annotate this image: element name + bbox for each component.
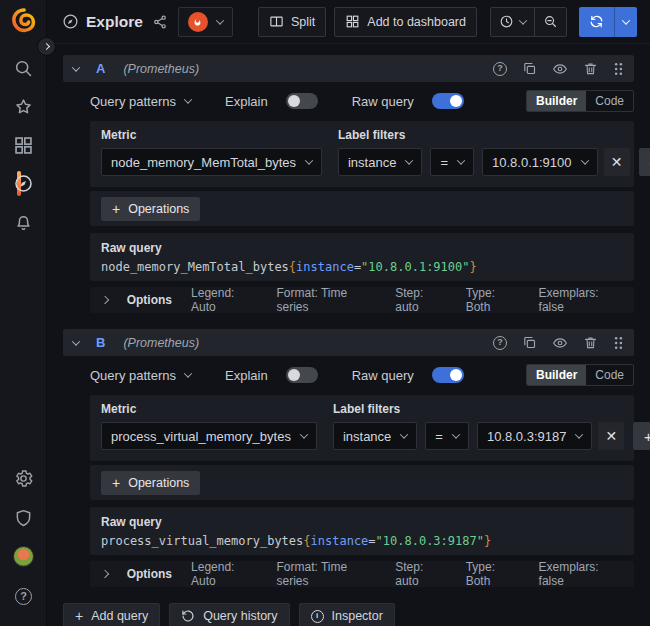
sidebar-item-help[interactable]: ? xyxy=(0,588,47,605)
duplicate-query-button[interactable] xyxy=(522,61,537,76)
sidebar-item-configuration[interactable] xyxy=(0,468,47,489)
metric-select[interactable]: process_virtual_memory_bytes xyxy=(101,422,317,450)
add-operation-button[interactable]: + Operations xyxy=(101,471,200,495)
question-circle-icon: ? xyxy=(493,62,507,76)
filter-label-select[interactable]: instance xyxy=(338,148,422,176)
add-to-dashboard-button[interactable]: Add to dashboard xyxy=(334,7,477,37)
drag-handle-icon xyxy=(613,61,624,77)
remove-filter-button[interactable]: ✕ xyxy=(604,148,630,176)
plus-icon: + xyxy=(112,475,120,491)
query-ref-letter[interactable]: A xyxy=(96,61,105,76)
chevron-down-icon xyxy=(184,95,192,103)
query-options-row-a[interactable]: Options Legend: Auto Format: Time series… xyxy=(90,287,634,313)
duplicate-query-button[interactable] xyxy=(522,335,537,350)
operations-label: Operations xyxy=(128,476,189,490)
add-operation-button[interactable]: + Operations xyxy=(101,197,200,221)
chevron-down-icon xyxy=(580,156,588,164)
metric-select[interactable]: node_memory_MemTotal_bytes xyxy=(101,148,322,176)
sidebar-item-profile[interactable] xyxy=(0,546,47,567)
toggle-visibility-button[interactable] xyxy=(552,61,568,77)
remove-query-button[interactable] xyxy=(583,335,598,350)
collapse-query-icon[interactable] xyxy=(72,337,80,345)
trash-icon xyxy=(583,61,598,76)
metric-field-label: Metric xyxy=(101,402,317,416)
filter-operator-select[interactable]: = xyxy=(425,422,469,450)
filter-label-value: instance xyxy=(348,155,396,170)
chevron-down-icon xyxy=(216,16,224,24)
builder-mode-button[interactable]: Builder xyxy=(527,91,586,111)
explain-toggle[interactable] xyxy=(286,93,318,109)
chevron-down-icon xyxy=(519,16,527,24)
datasource-picker[interactable] xyxy=(178,7,233,37)
eye-icon xyxy=(552,335,568,351)
query-header-a[interactable]: A (Prometheus) ? xyxy=(63,55,634,82)
builder-mode-button[interactable]: Builder xyxy=(527,365,586,385)
raw-query-toggle[interactable] xyxy=(432,367,464,383)
sidebar-item-dashboards[interactable] xyxy=(0,135,47,156)
query-history-button[interactable]: Query history xyxy=(169,603,289,626)
sidebar-item-explore[interactable] xyxy=(0,173,47,194)
raw-query-preview-a: Raw query node_memory_MemTotal_bytes{ins… xyxy=(90,233,634,281)
query-patterns-dropdown[interactable]: Query patterns xyxy=(90,368,191,383)
sidebar-item-search[interactable] xyxy=(0,58,47,79)
chevron-down-icon xyxy=(622,16,630,24)
refresh-interval-dropdown[interactable] xyxy=(614,7,637,37)
filter-value-select[interactable]: 10.8.0.3:9187 xyxy=(477,422,593,450)
grafana-logo[interactable] xyxy=(0,7,47,34)
duplicate-icon xyxy=(522,61,537,76)
sidebar-item-starred[interactable] xyxy=(0,97,47,118)
code-string: "10.8.0.1:9100" xyxy=(361,260,469,274)
expand-sidebar-button[interactable] xyxy=(37,37,56,56)
zoom-out-icon xyxy=(543,14,558,29)
query-patterns-dropdown[interactable]: Query patterns xyxy=(90,94,191,109)
remove-filter-button[interactable]: ✕ xyxy=(598,422,624,450)
inspector-label: Inspector xyxy=(332,609,383,623)
share-shortened-link-button[interactable] xyxy=(152,14,168,30)
alerting-bell-icon xyxy=(13,212,34,233)
query-options-row-b[interactable]: Options Legend: Auto Format: Time series… xyxy=(90,561,634,587)
grafana-explore-window: ? Explore xyxy=(0,0,650,626)
options-legend: Legend: Auto xyxy=(191,560,258,588)
drag-query-handle[interactable] xyxy=(613,61,624,77)
close-icon: ✕ xyxy=(611,154,623,170)
code-mode-button[interactable]: Code xyxy=(586,91,633,111)
query-history-label: Query history xyxy=(203,609,277,623)
raw-query-section-label: Raw query xyxy=(101,515,623,529)
filter-label-select[interactable]: instance xyxy=(333,422,417,450)
collapse-query-icon[interactable] xyxy=(72,63,80,71)
filter-value-text: 10.8.0.3:9187 xyxy=(487,429,567,444)
query-ref-letter[interactable]: B xyxy=(96,335,105,350)
raw-query-toggle[interactable] xyxy=(432,93,464,109)
explain-toggle[interactable] xyxy=(286,367,318,383)
sidebar-item-server-admin[interactable] xyxy=(0,508,47,529)
options-exemplars: Exemplars: false xyxy=(539,560,622,588)
toggle-visibility-button[interactable] xyxy=(552,335,568,351)
add-filter-button[interactable]: + xyxy=(633,422,650,450)
query-header-b[interactable]: B (Prometheus) ? xyxy=(63,329,634,356)
add-filter-button[interactable]: + xyxy=(639,148,650,176)
chevron-down-icon xyxy=(300,430,308,438)
split-button[interactable]: Split xyxy=(258,7,326,37)
sidebar-item-alerting[interactable] xyxy=(0,212,47,233)
time-range-picker[interactable] xyxy=(491,8,534,36)
chevron-down-icon xyxy=(405,156,413,164)
remove-query-button[interactable] xyxy=(583,61,598,76)
duplicate-icon xyxy=(522,335,537,350)
time-range-zoom-out-button[interactable] xyxy=(534,8,566,36)
inspector-button[interactable]: i Inspector xyxy=(299,603,395,626)
options-legend: Legend: Auto xyxy=(191,286,258,314)
metric-field: Metric process_virtual_memory_bytes xyxy=(101,402,317,450)
dashboards-icon xyxy=(13,135,34,156)
code-mode-button[interactable]: Code xyxy=(586,365,633,385)
query-help-button[interactable]: ? xyxy=(493,336,507,350)
filter-value-select[interactable]: 10.8.0.1:9100 xyxy=(482,148,598,176)
split-label: Split xyxy=(291,15,315,29)
filter-operator-select[interactable]: = xyxy=(430,148,474,176)
refresh-button[interactable] xyxy=(579,7,614,37)
query-help-button[interactable]: ? xyxy=(493,62,507,76)
drag-query-handle[interactable] xyxy=(613,335,624,351)
metric-and-labels-section-b: Metric process_virtual_memory_bytes Labe… xyxy=(90,395,634,461)
add-query-button[interactable]: + Add query xyxy=(63,603,160,626)
trash-icon xyxy=(583,335,598,350)
raw-query-label: Raw query xyxy=(352,94,414,109)
